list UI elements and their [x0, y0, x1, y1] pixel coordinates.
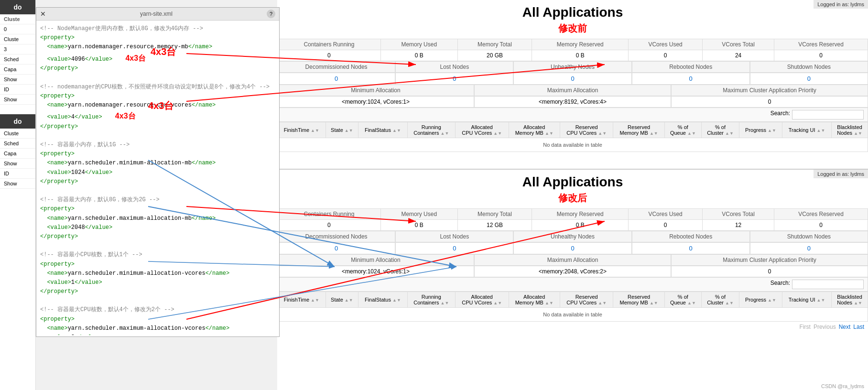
after-no-data-cell: No data available in table — [278, 308, 868, 322]
after-col-blacklist[interactable]: BlacklistedNodes ▲▼ — [832, 292, 868, 308]
sidebar-bottom-cluste: Cluste — [0, 129, 35, 139]
after-col-pct-cluster[interactable]: % ofCluster ▲▼ — [701, 292, 739, 308]
sidebar-show[interactable]: Show — [0, 75, 35, 85]
before-col-finalstatus[interactable]: FinalStatus ▲▼ — [358, 122, 407, 138]
after-lost-val[interactable]: 0 — [395, 242, 513, 254]
after-col-res-cpu[interactable]: ReservedCPU VCores ▲▼ — [560, 292, 613, 308]
xml-tag-20: <name> — [47, 215, 67, 222]
before-th-mem-res: Memory Reserved — [532, 39, 629, 50]
pagination-first[interactable]: First — [800, 324, 811, 330]
before-col-state[interactable]: State ▲▼ — [326, 122, 358, 138]
after-unhealthy-link[interactable]: 0 — [571, 245, 574, 252]
xml-help-button[interactable]: ? — [267, 10, 275, 18]
sidebar-show2[interactable]: Show — [0, 95, 35, 105]
after-col-alloc-mem[interactable]: AllocatedMemory MB ▲▼ — [509, 292, 560, 308]
pagination-last[interactable]: Last — [853, 324, 864, 330]
before-sort-running: ▲▼ — [441, 131, 449, 136]
after-col-progress[interactable]: Progress ▲▼ — [739, 292, 782, 308]
xml-tag-8: <name> — [47, 102, 67, 108]
before-sort-finishtime: ▲▼ — [311, 128, 319, 133]
before-rebooted-link[interactable]: 0 — [689, 75, 693, 82]
sidebar-bottom-show2-label: Show — [4, 181, 17, 186]
before-unhealthy-link[interactable]: 0 — [571, 75, 574, 82]
after-decom-val[interactable]: 0 — [277, 242, 395, 254]
after-col-state[interactable]: State ▲▼ — [326, 292, 358, 308]
sidebar-capa-label: Capa — [4, 66, 16, 72]
after-pagination: First Previous Next Last — [277, 322, 868, 332]
before-lost-link[interactable]: 0 — [453, 75, 456, 82]
after-sort-blacklist: ▲▼ — [854, 301, 862, 305]
sidebar-bottom-show[interactable]: Show — [0, 159, 35, 169]
before-col-pct-cluster[interactable]: % ofCluster ▲▼ — [701, 122, 739, 138]
after-col-alloc-cpu[interactable]: AllocatedCPU VCores ▲▼ — [455, 292, 509, 308]
before-col-alloc-mem[interactable]: AllocatedMemory MB ▲▼ — [509, 122, 560, 138]
xml-val-11: yarn.scheduler.maximum-allocation-vcores — [68, 325, 206, 332]
before-search-bar: Search: — [277, 108, 868, 122]
after-col-finishtime[interactable]: FinishTime ▲▼ — [278, 292, 326, 308]
after-rebooted-val[interactable]: 0 — [632, 242, 750, 254]
sidebar-bottom-id-label: ID — [4, 171, 9, 176]
after-sort-finalstatus: ▲▼ — [392, 298, 401, 303]
before-shutdown-val[interactable]: 0 — [750, 73, 868, 85]
xml-annotation-2: 4x3台 — [115, 112, 136, 120]
after-sort-alloc-mem: ▲▼ — [545, 301, 553, 305]
sidebar-id-label: ID — [4, 87, 9, 92]
after-shutdown-link[interactable]: 0 — [807, 245, 811, 252]
after-decom-link[interactable]: 0 — [335, 245, 338, 252]
after-rebooted-link[interactable]: 0 — [689, 245, 693, 252]
after-th-mem-used: Memory Used — [380, 209, 457, 220]
after-lost-link[interactable]: 0 — [453, 245, 456, 252]
xml-close-button[interactable]: ✕ — [40, 10, 46, 18]
after-search-input[interactable] — [792, 280, 864, 289]
before-max-priority-label: Maximum Cluster Application Priority — [671, 85, 868, 96]
before-no-data-row: No data available in table — [278, 138, 868, 152]
before-decom-val[interactable]: 0 — [277, 73, 395, 85]
before-col-pct-queue[interactable]: % ofQueue ▲▼ — [664, 122, 701, 138]
xml-tag-15: </name> — [192, 160, 216, 166]
after-shutdown-label: Shutdown Nodes — [750, 231, 868, 242]
before-col-tracking[interactable]: Tracking UI ▲▼ — [782, 122, 831, 138]
before-td-vcores-total: 24 — [703, 50, 774, 61]
after-sort-pct-cluster: ▲▼ — [725, 301, 734, 305]
before-unhealthy-val[interactable]: 0 — [513, 73, 631, 85]
before-title: All Applications — [277, 0, 868, 22]
before-td-mem-res: 0 B — [532, 50, 629, 61]
before-col-res-mem[interactable]: ReservedMemory MB ▲▼ — [613, 122, 664, 138]
after-shutdown-val[interactable]: 0 — [750, 242, 868, 254]
before-sort-res-mem: ▲▼ — [650, 131, 658, 136]
xml-comment-2: <!-- nodemanager的CPU核数，不按照硬件环境自动设定时默认是8个… — [40, 84, 270, 90]
pagination-previous[interactable]: Previous — [814, 324, 836, 330]
after-unhealthy-val[interactable]: 0 — [513, 242, 631, 254]
before-decom-link[interactable]: 0 — [335, 75, 338, 82]
after-col-pct-queue[interactable]: % ofQueue ▲▼ — [664, 292, 701, 308]
before-shutdown-link[interactable]: 0 — [807, 75, 811, 82]
before-col-progress[interactable]: Progress ▲▼ — [739, 122, 782, 138]
before-sort-pct-cluster: ▲▼ — [725, 131, 734, 136]
before-col-alloc-cpu[interactable]: AllocatedCPU VCores ▲▼ — [455, 122, 509, 138]
after-lost-label: Lost Nodes — [395, 231, 513, 242]
xml-val-10: 1 — [71, 279, 75, 286]
before-col-res-cpu[interactable]: ReservedCPU VCores ▲▼ — [560, 122, 613, 138]
before-col-running[interactable]: RunningContainers ▲▼ — [407, 122, 455, 138]
xml-tag-33: </name> — [206, 325, 229, 332]
after-td-mem-total: 12 GB — [457, 220, 532, 231]
xml-tag-12: </property> — [40, 123, 78, 130]
before-col-blacklist[interactable]: BlacklistedNodes ▲▼ — [832, 122, 868, 138]
after-col-finalstatus[interactable]: FinalStatus ▲▼ — [358, 292, 407, 308]
before-max-alloc-val: <memory:8192, vCores:4> — [474, 96, 671, 108]
after-no-data-row: No data available in table — [278, 308, 868, 322]
before-search-input[interactable] — [792, 110, 864, 119]
after-col-running[interactable]: RunningContainers ▲▼ — [407, 292, 455, 308]
before-col-finishtime[interactable]: FinishTime ▲▼ — [278, 122, 326, 138]
before-rebooted-val[interactable]: 0 — [632, 73, 750, 85]
after-col-tracking[interactable]: Tracking UI ▲▼ — [782, 292, 831, 308]
xml-tag-27: </name> — [206, 270, 229, 277]
pagination-next[interactable]: Next — [839, 324, 851, 330]
before-lost-val[interactable]: 0 — [395, 73, 513, 85]
sidebar-bottom-show2[interactable]: Show — [0, 179, 35, 189]
after-sort-res-mem: ▲▼ — [650, 301, 658, 305]
after-sort-res-cpu: ▲▼ — [598, 301, 607, 305]
sidebar-value1: 0 — [0, 24, 35, 34]
before-sort-state: ▲▼ — [345, 128, 353, 133]
after-col-res-mem[interactable]: ReservedMemory MB ▲▼ — [613, 292, 664, 308]
